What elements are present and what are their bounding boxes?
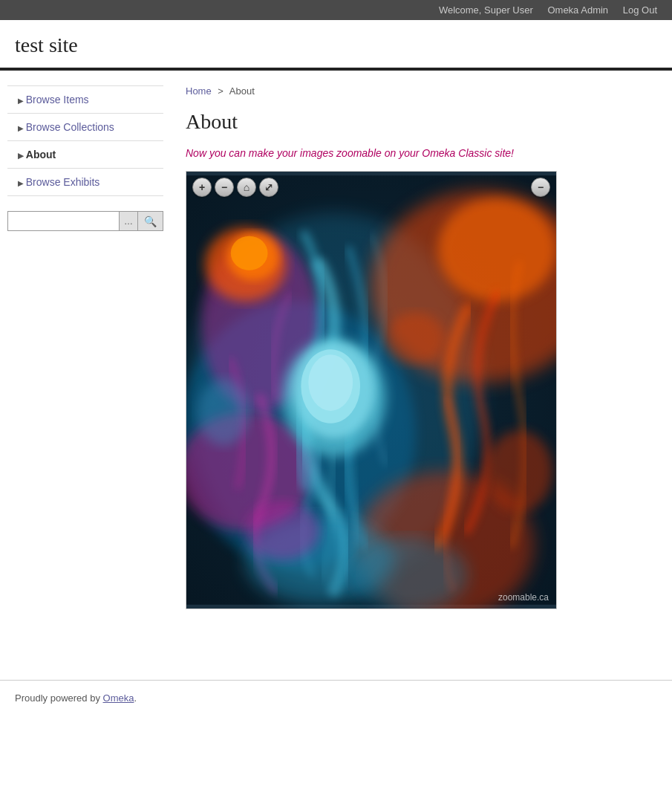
breadcrumb-separator: > <box>218 85 224 97</box>
search-container: … 🔍 <box>7 211 163 231</box>
home-button[interactable]: ⌂ <box>237 178 256 197</box>
search-submit-button[interactable]: 🔍 <box>137 212 163 230</box>
footer-text-after: . <box>134 692 137 704</box>
page-title: About <box>186 110 650 134</box>
search-options-icon: … <box>124 216 133 227</box>
sidebar-item-about[interactable]: About <box>7 140 163 168</box>
main-layout: Browse Items Browse Collections About Br… <box>0 71 672 665</box>
site-title: test site <box>15 33 657 57</box>
svg-point-20 <box>198 379 249 446</box>
svg-point-16 <box>231 236 268 270</box>
zoom-in-button[interactable]: + <box>192 178 212 197</box>
footer-omeka-link[interactable]: Omeka <box>103 692 134 704</box>
footer: Proudly powered by Omeka. <box>0 680 672 716</box>
sidebar: Browse Items Browse Collections About Br… <box>7 85 171 665</box>
sidebar-item-browse-exhibits[interactable]: Browse Exhibits <box>7 168 163 196</box>
image-viewer[interactable]: + − ⌂ ⤢ − <box>186 171 557 609</box>
search-options-button[interactable]: … <box>119 212 137 230</box>
svg-point-4 <box>438 198 556 301</box>
watermark: zoomable.ca <box>498 592 549 603</box>
fullscreen-button[interactable]: ⤢ <box>259 178 278 197</box>
zoom-out-right-container: − <box>531 178 550 197</box>
description-text: Now you can make your images zoomable on… <box>186 147 650 159</box>
breadcrumb: Home > About <box>186 85 650 97</box>
svg-point-19 <box>486 431 552 513</box>
zoom-out-right-button[interactable]: − <box>531 178 550 197</box>
viewer-toolbar: + − ⌂ ⤢ <box>192 178 278 197</box>
admin-link[interactable]: Omeka Admin <box>547 4 608 16</box>
svg-point-17 <box>386 312 446 364</box>
footer-text-before: Proudly powered by <box>15 692 103 704</box>
breadcrumb-home-link[interactable]: Home <box>186 85 212 97</box>
content-area: Home > About About Now you can make your… <box>171 85 665 665</box>
breadcrumb-current: About <box>229 85 255 97</box>
main-image <box>186 172 556 609</box>
sidebar-item-browse-collections[interactable]: Browse Collections <box>7 113 163 140</box>
svg-point-18 <box>246 501 320 560</box>
site-title-bar: test site <box>0 20 672 71</box>
search-input[interactable] <box>8 212 119 230</box>
search-icon: 🔍 <box>144 215 157 227</box>
home-icon: ⌂ <box>244 181 249 193</box>
fullscreen-icon: ⤢ <box>264 181 273 193</box>
top-bar: Welcome, Super User Omeka Admin Log Out <box>0 0 672 20</box>
welcome-text: Welcome, Super User <box>439 4 533 16</box>
zoom-out-button[interactable]: − <box>215 178 234 197</box>
svg-point-11 <box>308 354 353 411</box>
sidebar-item-browse-items[interactable]: Browse Items <box>7 85 163 113</box>
logout-link[interactable]: Log Out <box>623 4 657 16</box>
